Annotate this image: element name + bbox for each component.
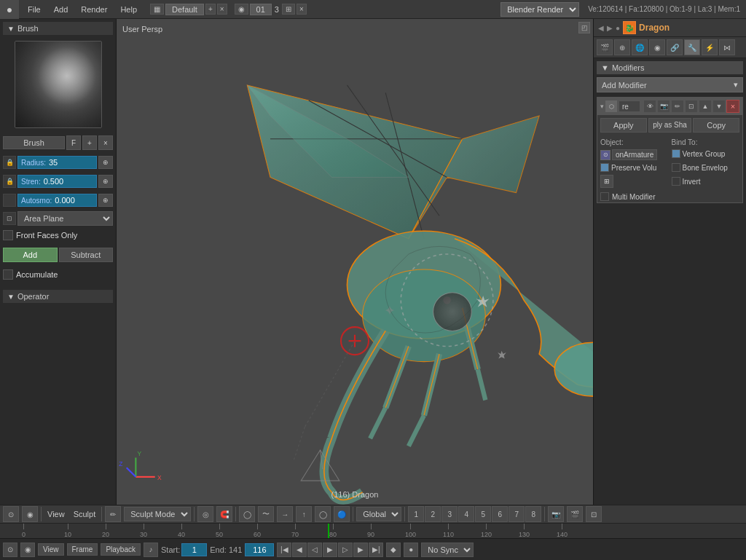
apply-modifier-button[interactable]: Apply xyxy=(600,118,647,133)
layer-1[interactable]: 1 xyxy=(408,506,424,522)
menu-render[interactable]: Render xyxy=(75,4,113,15)
next-keyframe-btn[interactable]: ▶ xyxy=(353,543,368,557)
brush-panel-header[interactable]: ▼ Brush xyxy=(3,22,113,35)
snap-icon[interactable]: 🧲 xyxy=(216,506,232,522)
modifiers-icon[interactable]: 🔧 xyxy=(684,39,700,55)
menu-help[interactable]: Help xyxy=(114,4,143,15)
timeline-overlay-icon[interactable]: ◉ xyxy=(20,543,35,557)
multi-modifier-cb[interactable] xyxy=(600,192,609,201)
nav-prev-icon[interactable]: ◀ xyxy=(598,24,604,32)
scene-props-icon[interactable]: ⊕ xyxy=(614,39,630,55)
radius-adjust-btn[interactable]: ⊕ xyxy=(98,156,113,169)
start-frame-field[interactable]: 1 xyxy=(181,543,207,556)
realtime-visibility-icon[interactable]: 👁 xyxy=(643,100,656,113)
nav-next-icon[interactable]: ▶ xyxy=(607,24,613,32)
play-btn[interactable]: ▶ xyxy=(323,543,337,557)
vertex-group-cb[interactable] xyxy=(672,149,680,158)
world-props-icon[interactable]: 🌐 xyxy=(632,39,648,55)
menu-file[interactable]: File xyxy=(22,4,47,15)
modifiers-header[interactable]: ▼ Modifiers xyxy=(597,61,743,74)
jump-start-btn[interactable]: |◀ xyxy=(277,543,291,557)
brush-close-btn[interactable]: × xyxy=(98,135,113,150)
viewport-corner-icon[interactable]: ◰ xyxy=(578,22,590,33)
timeline-playback-btn[interactable]: Playback xyxy=(101,543,141,556)
invert-cb[interactable] xyxy=(672,177,680,186)
operator-panel-header[interactable]: ▼ Operator xyxy=(3,290,113,303)
preserve-volume-cb[interactable] xyxy=(600,163,609,172)
sculpt-menu-btn[interactable]: Sculpt xyxy=(71,510,99,518)
blender-logo[interactable]: ● xyxy=(0,0,19,19)
tool-icon-4[interactable]: ◯ xyxy=(315,506,331,522)
grid-icon[interactable]: ⊞ xyxy=(600,175,613,188)
front-faces-checkbox[interactable] xyxy=(3,230,13,240)
particles-icon[interactable]: ⚡ xyxy=(702,39,718,55)
mode-icon-top[interactable]: ◉ xyxy=(235,4,248,15)
prev-frame-btn[interactable]: ◁ xyxy=(307,543,322,557)
layer-6[interactable]: 6 xyxy=(492,506,508,522)
timeline-ruler[interactable]: 0 10 20 30 40 50 60 70 8 xyxy=(0,524,746,538)
tool-icon-2[interactable]: → xyxy=(277,506,293,522)
apply-as-shape-button[interactable]: ply as Sha xyxy=(648,118,692,133)
dragon-object-icon[interactable]: 🐉 xyxy=(623,21,636,34)
prev-keyframe-btn[interactable]: ◀ xyxy=(292,543,307,557)
render-props-icon[interactable]: 🎬 xyxy=(597,39,613,55)
tool-icon-3[interactable]: ↑ xyxy=(296,506,312,522)
render-engine-select[interactable]: Blender Render xyxy=(500,2,579,17)
display-icon[interactable]: ⊡ xyxy=(586,506,602,522)
current-frame-field[interactable]: 116 xyxy=(245,543,274,556)
area-plane-select[interactable]: Area Plane xyxy=(17,211,113,226)
layer-4[interactable]: 4 xyxy=(458,506,474,522)
pivot-icon[interactable]: ◎ xyxy=(197,506,213,522)
render-anim-icon[interactable]: 🎬 xyxy=(567,506,583,522)
subtract-button[interactable]: Subtract xyxy=(59,248,114,262)
nav-dot-icon[interactable]: ● xyxy=(616,24,620,32)
brush-shortcut-btn[interactable]: F xyxy=(66,135,81,150)
timeline-view-btn[interactable]: View xyxy=(38,543,64,556)
modifier-name-input[interactable] xyxy=(619,100,640,112)
add-scene-icon[interactable]: + xyxy=(205,4,216,15)
viewport-overlay-icon[interactable]: ◉ xyxy=(22,506,38,522)
object-props-icon[interactable]: ◉ xyxy=(649,39,665,55)
layer-icon[interactable]: ⊞ xyxy=(282,4,295,15)
constraints-icon[interactable]: 🔗 xyxy=(667,39,683,55)
add-modifier-dropdown[interactable]: Add Modifier ▾ xyxy=(597,77,743,92)
viewport-mode-icon[interactable]: ⊙ xyxy=(3,506,19,522)
layer-2[interactable]: 2 xyxy=(425,506,441,522)
menu-add[interactable]: Add xyxy=(48,4,74,15)
close-scene-icon[interactable]: × xyxy=(217,4,227,15)
add-button[interactable]: Add xyxy=(3,248,58,262)
modifier-expand-icon[interactable]: ▲ xyxy=(699,100,712,113)
scene-name[interactable]: Default xyxy=(165,4,204,15)
audio-icon[interactable]: ♪ xyxy=(144,543,158,557)
view-menu-btn[interactable]: View xyxy=(44,510,68,518)
tool-icon-5[interactable]: 🔵 xyxy=(334,506,350,522)
modifier-collapse-icon[interactable]: ▼ xyxy=(712,100,726,113)
layer-8[interactable]: 8 xyxy=(525,506,541,522)
cage-icon[interactable]: ⊡ xyxy=(685,100,698,113)
close2-icon[interactable]: × xyxy=(297,4,307,15)
auto-keyframe-icon[interactable]: ● xyxy=(404,543,418,557)
accumulate-checkbox[interactable] xyxy=(3,269,13,280)
render-single-icon[interactable]: 📷 xyxy=(548,506,564,522)
copy-modifier-button[interactable]: Copy xyxy=(693,118,739,133)
autosmooth-field[interactable]: Autosmo: 0.000 xyxy=(17,194,97,207)
radius-field[interactable]: Radius: 35 xyxy=(17,156,97,169)
bone-envelope-cb[interactable] xyxy=(672,163,680,172)
tool-icon-1[interactable]: 〜 xyxy=(258,506,274,522)
modifier-expand-arrow[interactable]: ▾ xyxy=(600,103,604,110)
timeline-frame-btn[interactable]: Frame xyxy=(67,543,98,556)
sync-mode-select[interactable]: No Sync xyxy=(421,543,474,557)
physics-icon[interactable]: ⋈ xyxy=(719,39,735,55)
jump-end-btn[interactable]: ▶| xyxy=(369,543,383,557)
frame-number[interactable]: 01 xyxy=(250,4,272,15)
layer-5[interactable]: 5 xyxy=(475,506,491,522)
layer-3[interactable]: 3 xyxy=(441,506,458,522)
edit-mode-icon[interactable]: ✏ xyxy=(671,100,684,113)
brush-name-button[interactable]: Brush xyxy=(3,136,65,149)
autosmooth-adjust-btn[interactable]: ⊕ xyxy=(98,194,113,207)
timeline-view-icon[interactable]: ⊙ xyxy=(3,543,17,557)
object-value-field[interactable]: onArmature xyxy=(612,149,657,160)
proportional-icon[interactable]: ◯ xyxy=(239,506,255,522)
3d-viewport[interactable]: ✦ X Y Z User Persp xyxy=(117,19,593,505)
lock-icon[interactable]: 🔒 xyxy=(3,156,16,169)
